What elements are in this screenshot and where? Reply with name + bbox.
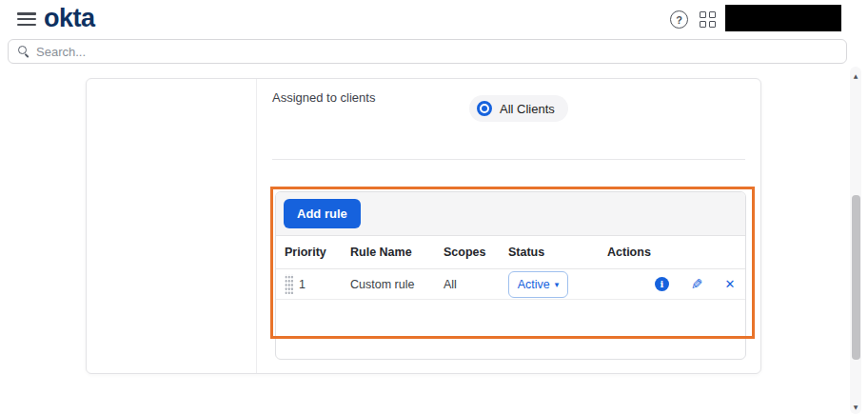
top-header: okta ? — [0, 0, 868, 38]
priority-cell: 1 — [285, 274, 350, 294]
chevron-down-icon: ▾ — [555, 280, 560, 289]
column-header-scopes: Scopes — [444, 246, 508, 259]
section-divider — [272, 159, 745, 160]
redacted-account-info — [725, 5, 841, 31]
assigned-to-clients-label: Assigned to clients — [272, 90, 375, 105]
column-header-status: Status — [508, 246, 607, 259]
add-rule-button[interactable]: Add rule — [284, 199, 361, 228]
table-row: 1 Custom rule All Active ▾ i ✎ ✕ — [276, 269, 745, 300]
rules-toolbar: Add rule — [276, 192, 745, 236]
status-dropdown-button[interactable]: Active ▾ — [508, 271, 568, 298]
column-header-actions: Actions — [607, 246, 745, 259]
all-clients-option[interactable]: All Clients — [469, 95, 568, 122]
scroll-down-icon[interactable]: ▼ — [850, 404, 861, 410]
radio-selected-icon — [477, 101, 492, 116]
search-input[interactable] — [36, 45, 846, 59]
apps-grid-icon[interactable] — [700, 11, 718, 29]
scroll-up-icon[interactable]: ▲ — [850, 72, 861, 79]
rules-table-card: Add rule Priority Rule Name Scopes Statu… — [275, 191, 746, 360]
column-header-rule-name: Rule Name — [350, 246, 444, 259]
help-icon[interactable]: ? — [670, 10, 688, 29]
drag-handle-icon[interactable] — [285, 274, 293, 294]
okta-logo: okta — [44, 4, 95, 33]
column-header-priority: Priority — [285, 246, 350, 259]
rule-name-value: Custom rule — [350, 278, 444, 291]
global-search-bar — [8, 39, 847, 64]
search-icon — [18, 46, 30, 57]
settings-panel: Assigned to clients All Clients Add rule… — [86, 78, 761, 374]
okta-admin-screen: okta ? Assigned to clients All Clients A… — [0, 0, 868, 414]
panel-column-divider — [256, 79, 257, 373]
vertical-scrollbar[interactable]: ▲ ▼ — [850, 67, 861, 414]
status-value: Active — [518, 278, 550, 291]
priority-value: 1 — [299, 278, 306, 291]
actions-cell: i ✎ ✕ — [607, 276, 745, 293]
scopes-value: All — [444, 278, 508, 291]
rules-table-header: Priority Rule Name Scopes Status Actions — [276, 236, 745, 269]
all-clients-label: All Clients — [500, 102, 555, 116]
delete-x-icon[interactable]: ✕ — [725, 277, 736, 291]
scrollbar-thumb[interactable] — [852, 195, 860, 360]
hamburger-menu-icon[interactable] — [17, 12, 36, 27]
info-icon[interactable]: i — [655, 277, 669, 291]
edit-pencil-icon[interactable]: ✎ — [691, 276, 703, 293]
